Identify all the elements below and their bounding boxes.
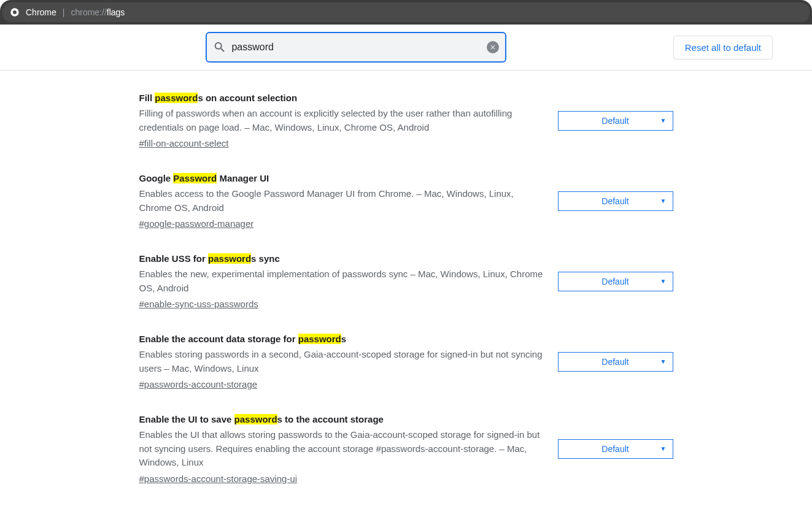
- chrome-logo-icon: [10, 7, 20, 17]
- chevron-down-icon: ▼: [660, 445, 667, 452]
- flag-text: Enable the account data storage for pass…: [139, 334, 558, 389]
- header-row: Reset all to default: [0, 25, 812, 71]
- chevron-down-icon: ▼: [660, 278, 667, 285]
- flag-dropdown-value: Default: [601, 116, 628, 126]
- search-icon: [213, 40, 226, 54]
- flag-hash-link[interactable]: #passwords-account-storage: [139, 379, 546, 389]
- flag-dropdown[interactable]: Default▼: [558, 111, 673, 131]
- flag-row: Enable USS for passwords syncEnables the…: [139, 242, 673, 323]
- flag-dropdown[interactable]: Default▼: [558, 191, 673, 211]
- flag-hash-link[interactable]: #passwords-account-storage-saving-ui: [139, 473, 546, 484]
- flag-text: Enable USS for passwords syncEnables the…: [139, 253, 558, 309]
- flag-row: Enable the account data storage for pass…: [139, 323, 673, 403]
- flag-row: Fill passwords on account selectionFilli…: [139, 82, 673, 162]
- flag-hash-link[interactable]: #fill-on-account-select: [139, 138, 546, 148]
- flag-dropdown[interactable]: Default▼: [558, 439, 673, 459]
- flag-row: Google Password Manager UIEnables access…: [139, 162, 673, 242]
- flag-description: Filling of passwords when an account is …: [139, 107, 546, 134]
- search-input[interactable]: [231, 42, 487, 53]
- svg-point-1: [13, 10, 17, 14]
- address-app-name: Chrome: [26, 7, 56, 17]
- flag-dropdown[interactable]: Default▼: [558, 352, 673, 372]
- flag-description: Enables the new, experimental implementa…: [139, 267, 546, 295]
- flag-hash-link[interactable]: #enable-sync-uss-passwords: [139, 299, 546, 309]
- flag-dropdown-value: Default: [601, 357, 628, 367]
- chevron-down-icon: ▼: [660, 358, 667, 365]
- flag-title: Enable the UI to save passwords to the a…: [139, 414, 546, 424]
- address-url-path: flags: [107, 7, 125, 17]
- flag-hash-link[interactable]: #google-password-manager: [139, 218, 546, 229]
- flag-dropdown-value: Default: [601, 196, 628, 206]
- close-icon: [489, 44, 497, 51]
- address-separator: |: [63, 7, 65, 17]
- flag-text: Fill passwords on account selectionFilli…: [139, 93, 558, 148]
- flag-text: Google Password Manager UIEnables access…: [139, 173, 558, 229]
- search-box[interactable]: [206, 32, 506, 63]
- flag-title: Fill passwords on account selection: [139, 93, 546, 103]
- flag-dropdown-value: Default: [601, 444, 628, 454]
- browser-chrome: Chrome | chrome://flags: [0, 0, 812, 25]
- flag-dropdown[interactable]: Default▼: [558, 272, 673, 291]
- flag-text: Enable the UI to save passwords to the a…: [139, 414, 558, 484]
- flag-title: Enable the account data storage for pass…: [139, 334, 546, 344]
- flag-title: Enable USS for passwords sync: [139, 253, 546, 264]
- clear-search-button[interactable]: [487, 41, 499, 53]
- reset-all-button[interactable]: Reset all to default: [673, 36, 773, 59]
- address-url-prefix: chrome://: [71, 7, 106, 17]
- flag-dropdown-value: Default: [601, 277, 628, 286]
- flags-list: Fill passwords on account selectionFilli…: [139, 71, 673, 522]
- address-bar[interactable]: Chrome | chrome://flags: [2, 2, 810, 22]
- chevron-down-icon: ▼: [660, 197, 667, 204]
- flag-title: Google Password Manager UI: [139, 173, 546, 183]
- flag-description: Enables storing passwords in a second, G…: [139, 348, 546, 375]
- flag-row: Enable the UI to save passwords to the a…: [139, 403, 673, 497]
- flag-description: Enables the UI that allows storing passw…: [139, 428, 546, 470]
- flag-description: Enables access to the Google Password Ma…: [139, 187, 546, 215]
- chevron-down-icon: ▼: [660, 117, 667, 124]
